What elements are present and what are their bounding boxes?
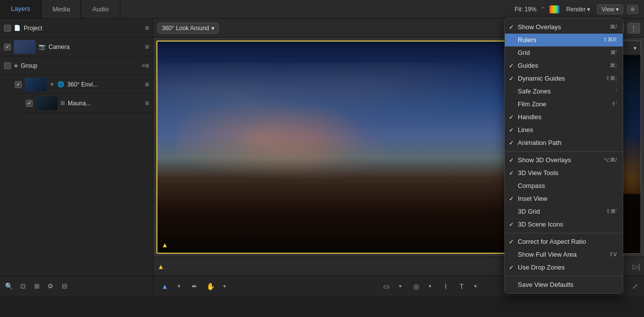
menu-item-grid[interactable]: Grid ⌘' — [505, 46, 623, 59]
layout-icon: ⊞ — [631, 6, 635, 12]
thumb-camera — [14, 40, 36, 54]
layer-name-group: Group — [21, 62, 139, 69]
check-use-drop-zones: ✓ — [509, 264, 518, 271]
menu-item-inset-view[interactable]: ✓ Inset View — [505, 192, 623, 205]
shortcut-show-overlays: ⌘/ — [610, 24, 617, 30]
shape-tool[interactable]: ▭ — [381, 281, 392, 292]
shortcut-rulers: ⇧⌘R — [603, 37, 617, 43]
hand-chevron[interactable]: ▾ — [219, 281, 230, 292]
checkbox-360env[interactable] — [15, 81, 22, 88]
overview-chevron[interactable]: ▾ — [634, 45, 637, 51]
menu-item-use-drop-zones[interactable]: ✓ Use Drop Zones — [505, 261, 623, 274]
shape-tool-group: ▭ ▾ — [381, 281, 406, 292]
fit-label: Fit: 19% — [515, 6, 537, 13]
separator-2 — [505, 233, 623, 233]
select-tool[interactable]: ▲ — [159, 281, 170, 292]
hand-tool[interactable]: ✋ — [205, 281, 216, 292]
pen-tool[interactable]: ✒ — [189, 281, 200, 292]
shortcut-dynamic-guides: ⇧⌘; — [605, 75, 617, 82]
menu-label-dynamic-guides: Dynamic Guides — [518, 75, 605, 82]
sidebar-bottom-bar: 🔍 ⊡ ⊞ ⚙ ⊟ — [0, 275, 153, 296]
text-chevron[interactable]: ▾ — [470, 281, 481, 292]
checkbox-mauna[interactable] — [26, 100, 33, 107]
layer-badge-project: ⊞ — [145, 25, 149, 31]
menu-item-show-full-view[interactable]: Show Full View Area ⇧V — [505, 248, 623, 261]
select-chevron[interactable]: ▾ — [173, 281, 184, 292]
menu-item-lines[interactable]: ✓ Lines — [505, 124, 623, 136]
sidebar: 📄 Project ⊞ 📷 Camera ⊞ ◈ Group ≡⊞ — [0, 19, 153, 296]
thumb-360env — [25, 78, 47, 91]
menu-item-3d-scene-icons[interactable]: ✓ 3D Scene Icons — [505, 218, 623, 231]
mask-chevron[interactable]: ▾ — [425, 281, 436, 292]
camera-icon: 📷 — [39, 44, 46, 50]
layer-item-mauna[interactable]: ⊞ Mauna... ⊞ — [22, 94, 153, 113]
view-select-dropdown[interactable]: 360° Look Around ▾ — [157, 23, 219, 34]
layout-toggle[interactable]: ⊞ — [627, 5, 638, 14]
menu-label-compass: Compass — [518, 182, 617, 189]
grid-icon[interactable]: ⊞ — [32, 281, 42, 291]
view-label: View — [601, 6, 614, 13]
minus-icon[interactable]: ⊟ — [59, 281, 69, 291]
menu-item-safe-zones[interactable]: Safe Zones ' — [505, 85, 623, 98]
menu-item-rulers[interactable]: Rulers ⇧⌘R — [505, 34, 623, 46]
layer-item-camera[interactable]: 📷 Camera ⊞ — [0, 38, 153, 56]
render-button[interactable]: Render ▾ — [563, 5, 593, 14]
check-show-overlays: ✓ — [509, 24, 518, 31]
shape-chevron[interactable]: ▾ — [395, 281, 406, 292]
canvas-icon-more[interactable]: ⋮ — [627, 23, 640, 34]
menu-label-handles: Handles — [518, 113, 617, 121]
checkbox-project[interactable] — [4, 25, 11, 32]
menu-item-3d-view-tools[interactable]: ✓ 3D View Tools — [505, 167, 623, 180]
tab-audio[interactable]: Audio — [81, 0, 120, 18]
shortcut-grid: ⌘' — [610, 49, 617, 56]
draw-tool[interactable]: ⌇ — [441, 281, 451, 292]
menu-item-save-view-defaults[interactable]: Save View Defaults — [505, 278, 623, 291]
tab-layers[interactable]: Layers — [0, 0, 42, 18]
menu-label-show-full-view: Show Full View Area — [518, 251, 609, 258]
check-animation-path: ✓ — [509, 139, 518, 146]
menu-label-correct-aspect: Correct for Aspect Ratio — [518, 238, 617, 245]
layer-item-project[interactable]: 📄 Project ⊞ — [0, 19, 153, 38]
timeline-pin[interactable]: ▲ — [157, 263, 164, 271]
view-dropdown-wrapper: View ▾ ✓ Show Overlays ⌘/ Rulers ⇧⌘R — [597, 4, 623, 14]
check-3d-view-tools: ✓ — [509, 170, 518, 177]
menu-item-correct-aspect[interactable]: ✓ Correct for Aspect Ratio — [505, 235, 623, 248]
checkbox-group[interactable] — [4, 62, 11, 69]
fit-arrows[interactable]: ⌃ — [541, 6, 545, 13]
box-icon[interactable]: ⊡ — [18, 281, 28, 291]
menu-item-animation-path[interactable]: ✓ Animation Path — [505, 136, 623, 149]
view-button[interactable]: View ▾ — [597, 4, 623, 14]
expand-360env[interactable]: ▼ — [50, 82, 54, 87]
menu-label-use-drop-zones: Use Drop Zones — [518, 264, 617, 271]
mask-tool[interactable]: ◎ — [411, 281, 422, 292]
layer-item-360env[interactable]: ▼ 🌐 360° Envi... ⊞ — [11, 75, 153, 94]
menu-item-guides[interactable]: ✓ Guides ⌘; — [505, 59, 623, 72]
select-tool-group: ▲ ▾ — [159, 281, 184, 292]
menu-item-show-3d-overlays[interactable]: ✓ Show 3D Overlays ⌥⌘/ — [505, 154, 623, 167]
menu-item-3d-grid[interactable]: 3D Grid ⇧⌘' — [505, 205, 623, 218]
layer-badge-360env: ⊞ — [145, 82, 149, 87]
check-lines: ✓ — [509, 127, 518, 134]
tab-media[interactable]: Media — [42, 0, 81, 18]
check-inset-view: ✓ — [509, 195, 518, 202]
color-swatch[interactable] — [549, 5, 559, 13]
settings-icon[interactable]: ⚙ — [46, 281, 55, 291]
timeline-end-btn[interactable]: ▷| — [633, 263, 640, 271]
top-tabs-bar: Layers Media Audio Fit: 19% ⌃ Render ▾ V… — [0, 0, 644, 19]
menu-label-3d-grid: 3D Grid — [518, 208, 606, 215]
search-icon[interactable]: 🔍 — [4, 281, 14, 291]
layer-badge-mauna: ⊞ — [145, 100, 149, 106]
thumb-mauna — [36, 96, 57, 110]
main-viewer[interactable]: ▲ — [156, 41, 539, 254]
menu-item-film-zone[interactable]: Film Zone ⇧' — [505, 98, 623, 111]
menu-item-handles[interactable]: ✓ Handles — [505, 111, 623, 124]
menu-item-dynamic-guides[interactable]: ✓ Dynamic Guides ⇧⌘; — [505, 72, 623, 85]
text-tool[interactable]: T — [456, 281, 467, 292]
layer-item-group[interactable]: ◈ Group ≡⊞ — [0, 56, 153, 75]
menu-item-show-overlays[interactable]: ✓ Show Overlays ⌘/ — [505, 21, 623, 34]
checkbox-camera[interactable] — [4, 44, 11, 50]
menu-item-compass[interactable]: Compass — [505, 180, 623, 192]
shortcut-3d-grid: ⇧⌘' — [606, 208, 617, 215]
resize-handle[interactable]: ⤢ — [632, 282, 638, 290]
render-chevron: ▾ — [587, 6, 590, 13]
